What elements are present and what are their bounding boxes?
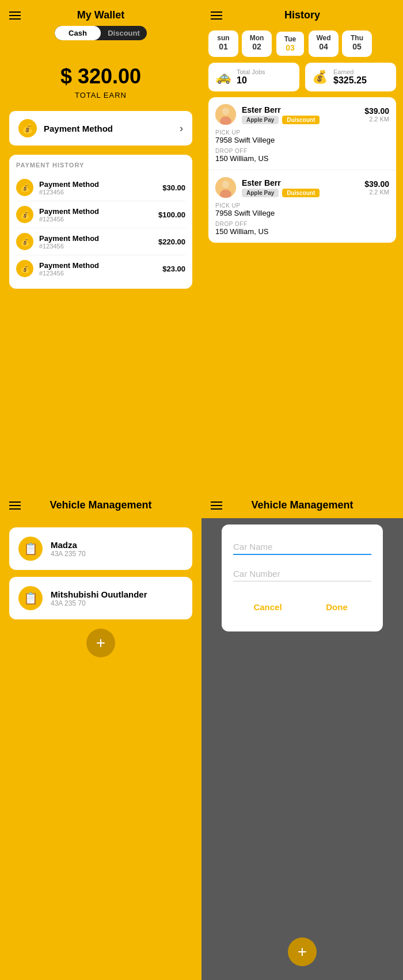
vehicle-icon: 📋	[18, 537, 43, 561]
tag-apple-pay: Apple Pay	[242, 116, 279, 124]
wallet-history-item-amount: $100.00	[158, 210, 185, 219]
day-tabs: sun 01 Mon 02 Tue 03 Wed 04 Thu 05	[202, 26, 403, 63]
wallet-toggle: Cash Discount	[55, 26, 147, 40]
earned-label: Earned	[333, 68, 367, 75]
day-tab-num: 04	[315, 42, 332, 51]
day-tab-sun[interactable]: sun 01	[208, 30, 238, 57]
vehicle-dialog-panel: Vehicle Management Cancel Done +	[202, 490, 403, 980]
trip-km: 2.2 KM	[364, 116, 389, 122]
vehicle-name: Madza	[51, 540, 86, 550]
trip-amount-col: $39.00 2.2 KM	[364, 106, 389, 122]
day-tab-num: 01	[215, 42, 231, 51]
wallet-history-item: 💰 Payment Method #123456 $220.00	[16, 228, 185, 255]
svg-point-1	[222, 108, 230, 115]
earned-info: Earned $325.25	[333, 68, 367, 86]
vehicle-icon: 📋	[18, 586, 43, 610]
wallet-history-item-amount: $23.00	[162, 265, 185, 273]
history-header: History	[202, 0, 403, 26]
wallet-cash-btn[interactable]: Cash	[55, 26, 101, 40]
history-title: History	[284, 9, 320, 21]
wallet-history-item-number: #123456	[39, 216, 158, 223]
day-tab-wed[interactable]: Wed 04	[309, 30, 339, 57]
trip-amount: $39.00	[364, 106, 389, 116]
trip-location: PICK UP 7958 Swift Villege DROP OFF 150 …	[215, 129, 389, 163]
dialog-buttons: Cancel Done	[233, 596, 371, 618]
trip-name: Ester Berr	[242, 178, 364, 187]
wallet-history-section: PAYMENT HISTORY 💰 Payment Method #123456…	[9, 155, 192, 289]
trip-item: Ester Berr Apple Pay Duiscount $39.00 2.…	[208, 97, 396, 170]
trip-amount: $39.00	[364, 179, 389, 189]
trip-pickup-value: 7958 Swift Villege	[215, 209, 389, 217]
day-tab-name: Tue	[283, 35, 297, 43]
done-btn[interactable]: Done	[302, 596, 371, 618]
trip-pickup-value: 7958 Swift Villege	[215, 136, 389, 144]
dialog-box: Cancel Done	[222, 525, 383, 631]
stats-row: 🚕 Total Jobs 10 💰 Earned $325.25	[208, 63, 396, 91]
car-name-input[interactable]	[233, 538, 371, 555]
day-tab-name: sun	[215, 34, 231, 42]
wallet-history-item-info: Payment Method #123456	[39, 234, 158, 250]
add-vehicle-btn[interactable]: +	[86, 629, 115, 657]
total-jobs-value: 10	[237, 75, 265, 86]
earned-value: $325.25	[333, 75, 367, 86]
trip-dropoff-label: DROP OFF	[215, 148, 389, 154]
trip-amount-col: $39.00 2.2 KM	[364, 179, 389, 196]
day-tab-num: 02	[249, 42, 265, 51]
wallet-title: My Wallet	[77, 9, 124, 21]
trip-avatar	[215, 177, 236, 198]
trip-pickup-label: PICK UP	[215, 129, 389, 136]
wallet-history-item-icon: 💰	[16, 260, 33, 277]
car-number-input[interactable]	[233, 565, 371, 581]
day-tab-mon[interactable]: Mon 02	[242, 30, 272, 57]
vehicle-card[interactable]: 📋 Mitshubishi Ouutlander 43A 235 70	[9, 577, 192, 619]
wallet-history-item-info: Payment Method #123456	[39, 180, 162, 196]
day-tab-tue[interactable]: Tue 03	[275, 30, 305, 57]
tag-discount: Duiscount	[282, 116, 320, 124]
taxi-icon: 🚕	[215, 70, 231, 85]
vehicle-title: Vehicle Management	[50, 499, 151, 511]
wallet-history-item-icon: 💰	[16, 233, 33, 250]
vehicle-header: Vehicle Management	[0, 490, 202, 518]
wallet-history-item-name: Payment Method	[39, 207, 158, 216]
trip-location: PICK UP 7958 Swift Villege DROP OFF 150 …	[215, 202, 389, 236]
vehicle-menu-icon[interactable]	[9, 502, 21, 510]
vehicle-info: Madza 43A 235 70	[51, 540, 86, 558]
vehicle-plate: 43A 235 70	[51, 599, 147, 607]
trip-name-col: Ester Berr Apple Pay Duiscount	[242, 178, 364, 197]
trip-item: Ester Berr Apple Pay Duiscount $39.00 2.…	[208, 170, 396, 243]
wallet-amount: $ 320.00	[0, 64, 202, 89]
trip-list: Ester Berr Apple Pay Duiscount $39.00 2.…	[208, 97, 396, 243]
wallet-history-title: PAYMENT HISTORY	[16, 162, 185, 169]
day-tab-name: Thu	[349, 34, 365, 42]
day-tab-num: 03	[283, 43, 297, 52]
wallet-total-earn-label: TOTAL EARN	[0, 91, 202, 99]
vehicle-card[interactable]: 📋 Madza 43A 235 70	[9, 527, 192, 570]
vehicle-info: Mitshubishi Ouutlander 43A 235 70	[51, 589, 147, 607]
wallet-history-item-info: Payment Method #123456	[39, 261, 162, 277]
trip-header: Ester Berr Apple Pay Duiscount $39.00 2.…	[215, 177, 389, 198]
wallet-panel: My Wallet Cash Discount $ 320.00 TOTAL E…	[0, 0, 202, 490]
wallet-history-item-info: Payment Method #123456	[39, 207, 158, 223]
coin-icon: 💰	[312, 70, 328, 85]
wallet-history-item-number: #123456	[39, 243, 158, 250]
history-menu-icon[interactable]	[211, 12, 222, 20]
wallet-discount-btn[interactable]: Discount	[101, 26, 147, 40]
wallet-history-item-name: Payment Method	[39, 180, 162, 189]
day-tab-num: 05	[349, 42, 365, 51]
wallet-payment-method-btn[interactable]: 💰 Payment Method ›	[9, 111, 192, 146]
wallet-pm-text: Payment Method	[44, 124, 180, 133]
trip-km: 2.2 KM	[364, 189, 389, 196]
wallet-menu-icon[interactable]	[9, 12, 21, 20]
wallet-history-item-number: #123456	[39, 270, 162, 277]
wallet-header: My Wallet	[0, 0, 202, 26]
wallet-pm-coin-icon: 💰	[18, 119, 37, 137]
day-tab-thu[interactable]: Thu 05	[342, 30, 372, 57]
tag-discount: Duiscount	[282, 189, 320, 197]
vehicle-plate: 43A 235 70	[51, 550, 86, 558]
trip-tags: Apple Pay Duiscount	[242, 116, 364, 124]
trip-pickup-label: PICK UP	[215, 202, 389, 209]
cancel-btn[interactable]: Cancel	[233, 596, 302, 618]
trip-tags: Apple Pay Duiscount	[242, 189, 364, 197]
trip-avatar	[215, 104, 236, 125]
wallet-history-list: 💰 Payment Method #123456 $30.00 💰 Paymen…	[16, 174, 185, 282]
